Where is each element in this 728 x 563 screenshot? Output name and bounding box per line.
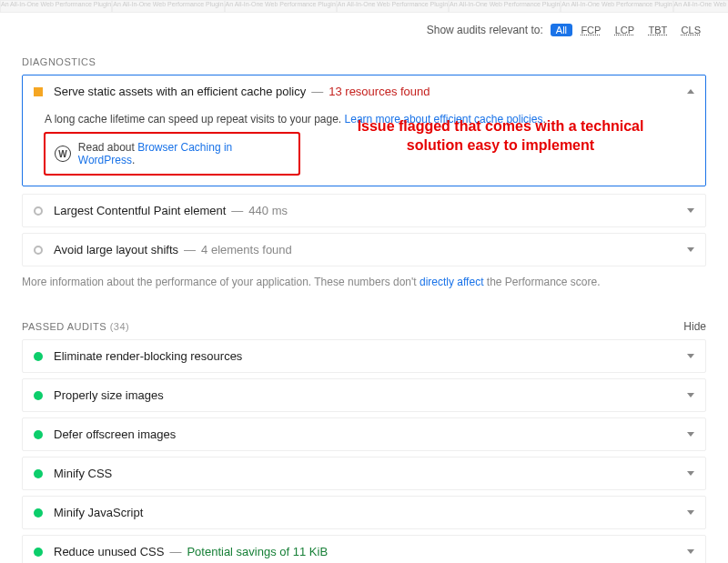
audit-meta: Potential savings of 11 KiB: [187, 545, 328, 558]
dash-icon: —: [231, 204, 243, 217]
audit-row[interactable]: Reduce unused CSS—Potential savings of 1…: [22, 535, 706, 563]
audit-title: Minify JavaScript: [54, 506, 143, 519]
diagnostics-footer: More information about the performance o…: [22, 276, 706, 288]
circle-gray-icon: [34, 246, 43, 255]
audit-title: Properly size images: [54, 388, 164, 402]
audit-meta: 13 resources found: [329, 85, 430, 98]
audit-title: Minify CSS: [54, 467, 112, 480]
filter-pill-all[interactable]: All: [551, 24, 572, 36]
audit-row[interactable]: Defer offscreen images: [22, 417, 706, 451]
audit-title: Reduce unused CSS: [54, 545, 164, 558]
chevron-down-icon: [687, 549, 694, 554]
circle-gray-icon: [34, 206, 43, 216]
audit-cache-policy-body: A long cache lifetime can speed up repea…: [23, 107, 705, 186]
circle-green-icon: [34, 469, 43, 478]
audit-title: Serve static assets with an efficient ca…: [54, 85, 306, 98]
chevron-down-icon: [687, 247, 694, 252]
audit-cache-policy-header[interactable]: Serve static assets with an efficient ca…: [23, 75, 705, 107]
audit-row[interactable]: Minify CSS: [22, 457, 706, 490]
circle-green-icon: [34, 352, 43, 361]
circle-green-icon: [34, 430, 43, 439]
faded-header-band: An All-In-One Web Performance PluginAn A…: [0, 0, 728, 13]
dash-icon: —: [184, 243, 196, 256]
audit-title: Eliminate render-blocking resources: [54, 349, 242, 363]
circle-green-icon: [34, 548, 43, 557]
filter-pill-fcp[interactable]: FCP: [575, 24, 606, 36]
chevron-down-icon: [687, 393, 694, 397]
passed-audits-heading: PASSED AUDITS (34): [22, 321, 129, 332]
audit-row[interactable]: Avoid large layout shifts—4 elements fou…: [22, 233, 706, 266]
wordpress-infobox: W Read about Browser Caching in WordPres…: [45, 133, 299, 175]
circle-green-icon: [34, 508, 43, 518]
dash-icon: —: [311, 85, 323, 98]
chevron-down-icon: [687, 354, 694, 358]
square-orange-icon: [34, 87, 43, 96]
diagnostics-heading: DIAGNOSTICS: [22, 56, 706, 67]
hide-button[interactable]: Hide: [683, 320, 706, 333]
learn-more-link[interactable]: Learn more about efficient cache policie…: [345, 113, 543, 126]
chevron-down-icon: [687, 432, 694, 437]
chevron-up-icon: [687, 89, 694, 94]
dash-icon: —: [169, 545, 181, 558]
audit-description-text: A long cache lifetime can speed up repea…: [45, 113, 345, 126]
chevron-down-icon: [687, 471, 694, 476]
audit-title: Avoid large layout shifts: [54, 243, 178, 256]
chevron-down-icon: [687, 208, 694, 213]
audit-row[interactable]: Minify JavaScript: [22, 496, 706, 529]
audit-filter-row: Show audits relevant to: All FCP LCP TBT…: [22, 18, 706, 47]
audit-cache-policy[interactable]: Serve static assets with an efficient ca…: [22, 75, 706, 186]
filter-pill-cls[interactable]: CLS: [676, 24, 706, 36]
audit-row[interactable]: Eliminate render-blocking resources: [22, 339, 706, 373]
audit-row[interactable]: Properly size images: [22, 378, 706, 412]
infobox-text: Read about: [78, 141, 137, 154]
filter-label: Show audits relevant to:: [427, 24, 543, 36]
wordpress-icon: W: [55, 146, 71, 162]
filter-pill-lcp[interactable]: LCP: [610, 24, 640, 36]
audit-meta: 4 elements found: [201, 243, 292, 256]
circle-green-icon: [34, 391, 43, 400]
audit-meta: 440 ms: [248, 204, 288, 217]
chevron-down-icon: [687, 510, 694, 515]
directly-affect-link[interactable]: directly affect: [420, 276, 483, 288]
audit-title: Largest Contentful Paint element: [54, 204, 226, 217]
audit-title: Defer offscreen images: [54, 427, 176, 441]
filter-pill-tbt[interactable]: TBT: [642, 24, 672, 36]
audit-row[interactable]: Largest Contentful Paint element—440 ms: [22, 194, 706, 227]
